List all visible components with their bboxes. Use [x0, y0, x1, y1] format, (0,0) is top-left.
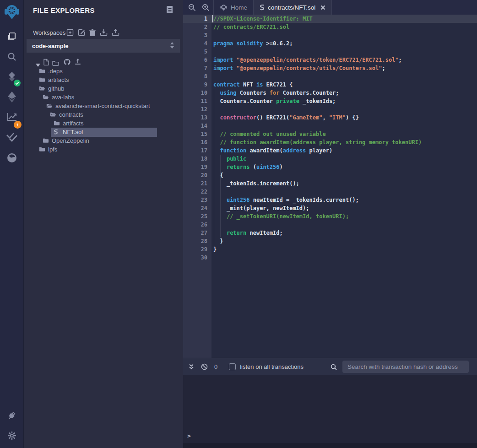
sidebar-item-settings[interactable]: [0, 426, 24, 446]
code-line-5: 5: [183, 48, 477, 56]
upload-file-icon[interactable]: [75, 59, 81, 67]
line-number: 24: [183, 204, 211, 212]
code-line-9: 9contract NFT is ERC721 {: [183, 81, 477, 89]
terminal-toolbar: 0 listen on all transactions: [183, 358, 477, 375]
backup-workspace-icon[interactable]: [112, 29, 119, 38]
code-text: [211, 72, 213, 81]
folder-icon: [39, 146, 45, 152]
delete-workspace-icon[interactable]: [89, 29, 96, 38]
sidebar-item-plugin-manager[interactable]: [0, 405, 24, 426]
code-line-28: 28 }: [183, 237, 477, 245]
tree-item-label: contracts: [59, 111, 83, 118]
search-icon: [6, 51, 17, 62]
code-line-24: 24 _mint(player, newItemId);: [183, 204, 477, 212]
tree-item--deps[interactable]: .deps: [24, 67, 183, 76]
line-number: 28: [183, 237, 211, 245]
code-text: import "@openzeppelin/contracts/utils/Co…: [211, 64, 385, 72]
tree-item-artifacts[interactable]: artifacts: [24, 76, 183, 84]
workspace-select[interactable]: code-sample: [27, 39, 180, 53]
sidebar-item-file-explorer[interactable]: [0, 27, 24, 47]
tree-item-label: OpenZeppelin: [52, 137, 89, 144]
terminal-output[interactable]: >: [183, 375, 477, 443]
code-text: import "@openzeppelin/contracts/token/ER…: [211, 56, 402, 64]
line-number: 17: [183, 146, 211, 155]
code-text: return newItemId;: [211, 229, 283, 237]
check-icon: [15, 81, 19, 85]
compiler-success-badge: [14, 80, 21, 86]
file-tree: .depsartifactsgithubava-labsavalanche-sm…: [24, 67, 183, 154]
documentation-icon[interactable]: [167, 6, 173, 15]
line-number: 5: [183, 48, 211, 56]
folder-icon: [43, 138, 49, 144]
line-number: 9: [183, 81, 211, 89]
tree-item-contracts[interactable]: contracts: [24, 110, 183, 119]
code-line-14: 14: [183, 122, 477, 130]
line-number: 27: [183, 229, 211, 237]
listen-all-transactions-checkbox[interactable]: [229, 363, 236, 370]
tree-item-label: artifacts: [48, 76, 69, 83]
line-number: 19: [183, 163, 211, 171]
sidebar-item-static-analysis[interactable]: 1: [0, 107, 24, 127]
code-line-10: 10 using Counters for Counters.Counter;: [183, 89, 477, 97]
indent-guide: [220, 155, 221, 237]
code-line-20: 20 {: [183, 171, 477, 179]
code-text: Counters.Counter private _tokenIds;: [211, 97, 336, 105]
code-text: _tokenIds.increment();: [211, 179, 299, 188]
code-text: //SPDX-License-Identifier: MIT: [211, 15, 313, 23]
code-text: }: [211, 245, 217, 254]
code-text: function awardItem(address player): [211, 146, 332, 155]
line-number: 15: [183, 130, 211, 138]
tab-close-icon[interactable]: [320, 5, 325, 10]
code-line-16: 16 // function awardItem(address player,…: [183, 138, 477, 146]
new-file-icon[interactable]: [43, 59, 49, 67]
rename-workspace-icon[interactable]: [78, 29, 85, 38]
select-caret-icon: [170, 42, 174, 50]
sidebar-item-search[interactable]: [0, 47, 24, 67]
restore-backup-icon[interactable]: [100, 29, 108, 38]
code-text: constructor() ERC721("GameItem", "ITM") …: [211, 113, 359, 122]
line-number: 25: [183, 212, 211, 221]
tree-item-openzeppelin[interactable]: OpenZeppelin: [24, 136, 183, 145]
terminal-clear-icon[interactable]: [201, 363, 208, 370]
main-column: Home contracts/NFT.sol 1//SPDX-License-I…: [183, 0, 477, 448]
code-lines: 1//SPDX-License-Identifier: MIT2// contr…: [183, 15, 477, 262]
tree-item-ava-labs[interactable]: ava-labs: [24, 93, 183, 102]
line-number: 12: [183, 105, 211, 113]
tree-item-ipfs[interactable]: ipfs: [24, 145, 183, 154]
code-text: contract NFT is ERC721 {: [211, 81, 293, 89]
tree-item-artifacts[interactable]: artifacts: [24, 119, 183, 128]
line-number: 21: [183, 179, 211, 188]
code-line-27: 27 return newItemId;: [183, 229, 477, 237]
code-line-29: 29}: [183, 245, 477, 254]
code-text: // _setTokenURI(newItemId, tokenURI);: [211, 212, 349, 221]
code-line-19: 19 returns (uint256): [183, 163, 477, 171]
zoom-out-icon[interactable]: [188, 4, 196, 11]
debugger-icon: [6, 152, 17, 163]
folder-icon: [39, 68, 45, 74]
icon-sidebar: 1: [0, 0, 24, 448]
tree-item-label: artifacts: [63, 120, 84, 127]
github-icon[interactable]: [64, 59, 70, 67]
code-editor[interactable]: 1//SPDX-License-Identifier: MIT2// contr…: [183, 15, 477, 358]
tree-item-github[interactable]: github: [24, 84, 183, 93]
folder-open-icon: [50, 112, 56, 118]
terminal-expand-icon[interactable]: [189, 364, 194, 370]
solidity-file-icon: [54, 129, 60, 135]
terminal-search-input[interactable]: [342, 361, 469, 373]
workspaces-label: Workspaces: [33, 29, 65, 36]
sidebar-item-debugger[interactable]: [0, 148, 24, 168]
tab-file-nft-sol[interactable]: contracts/NFT.sol: [253, 0, 332, 15]
zoom-in-icon[interactable]: [202, 4, 210, 11]
tree-item-avalanche-smart-contract-quickstart[interactable]: avalanche-smart-contract-quickstart: [24, 102, 183, 110]
sidebar-item-deploy-run[interactable]: [0, 87, 24, 107]
tree-item-label: ipfs: [48, 146, 57, 153]
create-workspace-icon[interactable]: [66, 29, 74, 38]
sidebar-item-solidity-compiler[interactable]: [0, 67, 24, 87]
code-text: [211, 188, 213, 196]
line-number: 4: [183, 39, 211, 48]
sidebar-item-unit-testing[interactable]: [0, 127, 24, 147]
tree-item-nft-sol[interactable]: NFT.sol: [24, 128, 183, 136]
tab-home[interactable]: Home: [213, 0, 253, 15]
app-logo[interactable]: [0, 1, 24, 22]
tab-home-label: Home: [231, 4, 247, 11]
